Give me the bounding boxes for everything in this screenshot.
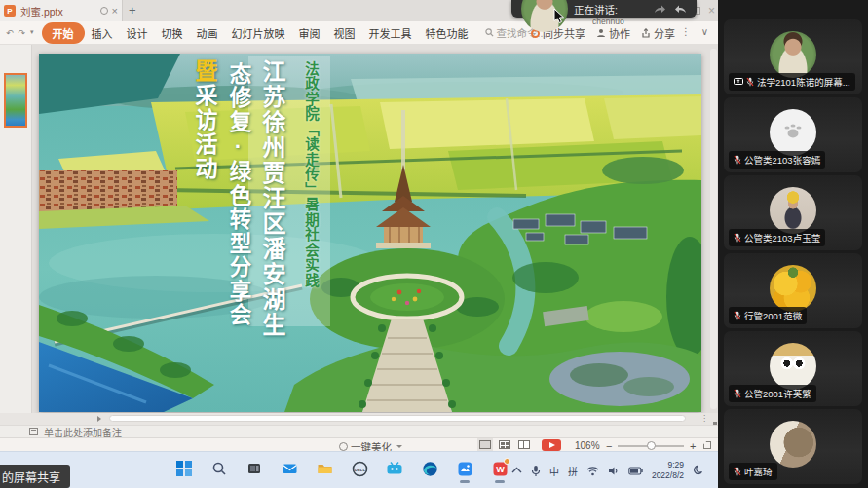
notification-badge [504,458,510,465]
tray-mic-icon[interactable] [531,465,541,477]
window-close-icon[interactable]: × [708,5,715,17]
mic-muted-icon [734,233,741,243]
participant-name: 行管2001范微 [744,309,802,322]
tab-special-features[interactable]: 特色功能 [419,23,475,43]
collaborate-button[interactable]: 协作 [596,25,630,41]
more-options-icon[interactable]: ⋮ [681,26,691,37]
status-bar: 一键美化 106% − + [0,437,718,451]
search-icon [211,461,227,476]
avatar [770,265,816,312]
avatar [770,187,816,234]
panan-lake-aerial-photo [39,54,701,412]
notes-resize-handle[interactable] [109,415,686,422]
mic-muted-icon [746,77,754,87]
chevron-up-icon[interactable] [511,467,522,474]
slideshow-play-button[interactable] [542,439,561,451]
tab-slideshow[interactable]: 幻灯片放映 [225,23,292,43]
participant-tile[interactable]: 叶嘉琦 [724,409,862,484]
slide-thumbnail-panel [0,45,32,413]
taskbar-mail[interactable] [279,458,300,479]
taskbar-wps-app[interactable]: W [489,458,510,479]
workspace: 法政学院「读走传」暑期社会实践 江苏徐州贾汪区潘安湖生 态修复·绿色转型分享会 … [0,45,718,413]
notes-icon [29,428,38,435]
tab-view[interactable]: 视图 [327,23,362,43]
taskbar-meeting-app[interactable] [454,458,475,479]
svg-text:W: W [496,465,505,474]
speaking-indicator-bar: 正在讲话: [511,0,697,18]
clock[interactable]: 9:29 2022/8/2 [652,460,684,480]
redo-icon[interactable]: ↷ [19,28,26,38]
collapse-ribbon-icon[interactable]: ∨ [701,26,708,37]
reply-arrow-icon[interactable] [674,4,687,15]
tab-review[interactable]: 审阅 [292,23,327,43]
slide-thumbnail-1[interactable] [4,73,27,128]
slide-canvas[interactable]: 法政学院「读走传」暑期社会实践 江苏徐州贾汪区潘安湖生 态修复·绿色转型分享会 … [39,54,701,412]
tab-animation[interactable]: 动画 [190,23,225,43]
undo-icon[interactable]: ↶ [6,28,14,38]
speaking-label: 正在讲话: [574,2,654,17]
battery-icon[interactable] [628,467,643,475]
customize-toolbar-icon[interactable]: ▾ [30,28,34,38]
taskbar-app-dark[interactable] [244,458,265,479]
expand-notes-icon[interactable] [97,416,101,422]
participant-tile[interactable]: 公管类2103卢玉莹 [724,175,862,250]
taskbar-edge[interactable] [419,458,440,479]
slide-sorter-view-button[interactable] [499,440,510,449]
document-title: 刘蜜.pptx [20,4,100,19]
fullscreen-icon[interactable] [703,441,711,449]
tab-home[interactable]: 开始 [42,22,85,44]
tab-status-icon [100,7,108,15]
document-tab[interactable]: P 刘蜜.pptx × [0,0,123,21]
taskbar-search-button[interactable] [208,458,230,479]
share-arrow-icon[interactable] [654,4,666,15]
slide-subtitle: 法政学院「读走传」暑期社会实践 [301,61,321,288]
drag-dots-icon[interactable]: ⋮ [700,414,708,423]
svg-text:DELL: DELL [355,467,365,471]
volume-icon[interactable] [608,466,620,476]
vertical-scrollbar[interactable] [710,49,717,409]
avatar [770,343,816,390]
slide-title-column-2: 态修复·绿色转型分享会 [222,62,253,327]
meeting-app-icon [457,461,473,477]
tab-developer[interactable]: 开发工具 [362,23,419,43]
reading-view-button[interactable] [518,440,530,449]
beautify-icon [339,442,348,451]
tv-icon [386,461,403,476]
mic-muted-icon [734,155,741,165]
tab-design[interactable]: 设计 [120,23,155,43]
search-icon [485,28,494,37]
participant-tile[interactable]: 公管类2103张容嫣 [724,97,862,172]
ime-language[interactable]: 中 [549,464,559,478]
participant-name: 公管2001许英繁 [744,387,811,400]
focus-assist-moon-icon[interactable] [693,465,704,476]
tab-close-icon[interactable]: × [112,6,118,17]
mail-icon [282,461,298,476]
wifi-icon[interactable] [586,466,599,476]
tab-transition[interactable]: 切换 [155,23,190,43]
mic-muted-icon [734,467,741,476]
taskbar-dell-app[interactable]: DELL [349,458,370,479]
mic-muted-icon [734,389,741,398]
participant-tile[interactable]: 法学2101陈诺的屏幕... [724,19,862,94]
zoom-slider-knob[interactable] [647,441,656,450]
participant-tile[interactable]: 行管2001范微 [724,253,862,328]
taskbar-file-explorer[interactable] [314,458,335,479]
mouse-cursor-icon [553,8,566,24]
slide-title-column-1: 江苏徐州贾汪区潘安湖生 [255,59,289,338]
folder-icon [317,461,333,476]
participant-tile[interactable]: 公管2001许英繁 [724,331,862,406]
screen-share-badge: 的屏幕共享 [0,465,70,488]
normal-view-button[interactable] [479,440,491,449]
windows-taskbar: DELL W 中 拼 [0,451,718,488]
taskbar-bilibili-app[interactable] [384,458,405,479]
start-button[interactable] [173,458,195,479]
ime-mode[interactable]: 拼 [568,464,578,478]
tray-date: 2022/8/2 [652,470,684,481]
meeting-participants-sidebar: 法学2101陈诺的屏幕... 公管类2103张容嫣 公管类2103卢玉莹 行管2… [718,0,868,488]
new-tab-button[interactable]: + [129,3,136,19]
notes-bar[interactable]: 单击此处添加备注 [0,425,718,437]
tab-insert[interactable]: 插入 [85,23,120,43]
people-icon [596,28,606,38]
share-button[interactable]: 分享 [641,25,675,41]
stack-app-icon [246,461,262,476]
